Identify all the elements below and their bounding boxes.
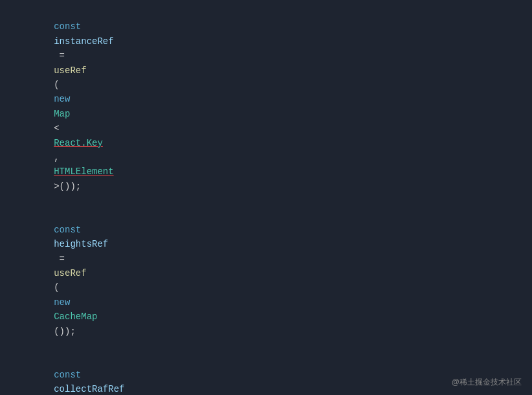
keyword-const: const — [54, 21, 86, 32]
code-line-2: const heightsRef = useRef ( new CacheMap… — [0, 208, 532, 353]
fn-useref: useRef — [54, 65, 86, 76]
code-area: const instanceRef = useRef ( new Map < R… — [0, 0, 532, 395]
watermark: @稀土掘金技术社区 — [452, 376, 522, 389]
code-editor: const instanceRef = useRef ( new Map < R… — [0, 0, 532, 395]
var-instanceref: instanceRef — [54, 36, 113, 47]
code-line-1: const instanceRef = useRef ( new Map < R… — [0, 5, 532, 208]
code-line-3: const collectRafRef = useRef < number >(… — [0, 353, 532, 395]
